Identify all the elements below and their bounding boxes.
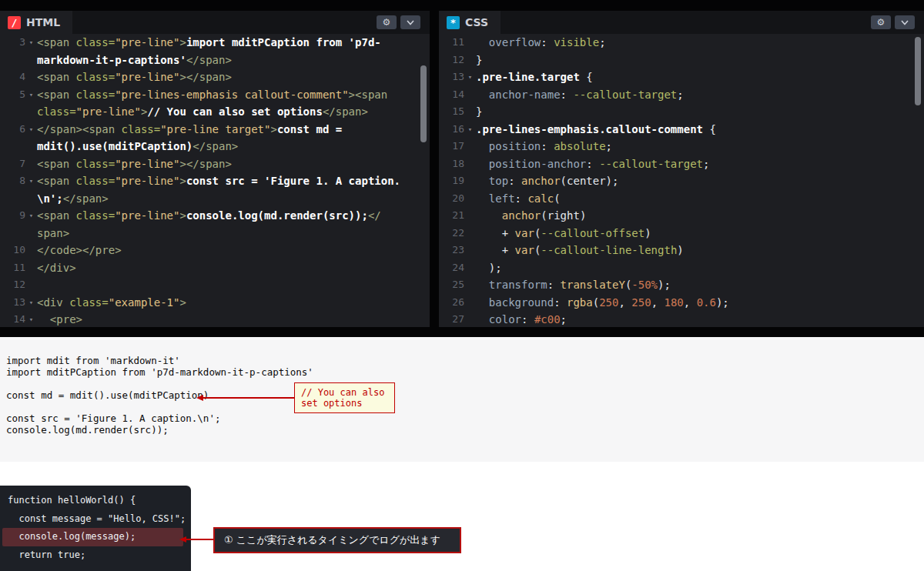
line-number: 9 xyxy=(0,207,25,225)
js-callout-box: ① ここが実行されるタイミングでログが出ます xyxy=(213,527,461,553)
line-number: 19 xyxy=(439,172,464,190)
code-line: 15} xyxy=(439,103,924,121)
tab-html[interactable]: / HTML xyxy=(0,11,72,34)
line-number: 22 xyxy=(439,225,464,242)
code-line: 10</code></pre> xyxy=(0,242,430,259)
fold-marker-icon[interactable]: ▾ xyxy=(25,294,37,312)
html-editor-scrollbar[interactable] xyxy=(420,65,427,142)
code-line: 26 background: rgba(250, 250, 180, 0.6); xyxy=(439,294,924,312)
code-line: 21 anchor(right) xyxy=(439,207,924,225)
line-number: 17 xyxy=(439,138,464,155)
fold-marker-icon[interactable]: ▾ xyxy=(464,121,476,139)
line-number xyxy=(0,138,25,155)
code-line: 14 anchor-name: --callout-target; xyxy=(439,86,924,104)
code-line: 17 position: absolute; xyxy=(439,138,924,155)
line-number xyxy=(0,52,25,69)
line-number: 11 xyxy=(439,34,464,52)
fold-spacer xyxy=(25,225,37,242)
code-line: 12} xyxy=(439,52,924,69)
html-editor-settings-button[interactable]: ⚙ xyxy=(377,15,397,29)
code-line: 11 overflow: visible; xyxy=(439,34,924,52)
example-2-area: function helloWorld() { const message = … xyxy=(0,462,924,571)
line-number: 16 xyxy=(439,121,464,139)
line-number: 4 xyxy=(0,68,25,86)
fold-spacer xyxy=(464,138,476,155)
css-editor-settings-button[interactable]: ⚙ xyxy=(871,15,891,29)
code-line: 13▾.pre-line.target { xyxy=(439,68,924,86)
line-number: 12 xyxy=(0,276,25,294)
fold-marker-icon[interactable]: ▾ xyxy=(464,68,476,86)
fold-marker-icon[interactable]: ▾ xyxy=(25,207,37,225)
code-line: const message = "Hello, CSS!"; xyxy=(0,510,191,529)
code-line: function helloWorld() { xyxy=(0,492,191,510)
code-line: \n';</span> xyxy=(0,190,430,208)
line-number: 20 xyxy=(439,190,464,208)
line-number xyxy=(0,190,25,208)
html-icon: / xyxy=(8,16,21,29)
line-number: 15 xyxy=(439,103,464,121)
code-line: 11</div> xyxy=(0,259,430,277)
fold-spacer xyxy=(25,190,37,208)
css-code-editor[interactable]: 11 overflow: visible;12}13▾.pre-line.tar… xyxy=(439,34,924,327)
code-line: 27 color: #c00; xyxy=(439,311,924,327)
js-callout-connector-line xyxy=(186,539,213,540)
code-line: span> xyxy=(0,225,430,242)
html-editor-collapse-button[interactable] xyxy=(400,15,420,29)
fold-spacer xyxy=(464,242,476,259)
code-line: 19 top: anchor(center); xyxy=(439,172,924,190)
tab-html-label: HTML xyxy=(26,16,60,28)
line-number: 7 xyxy=(0,155,25,173)
preview-code-block: import mdit from 'markdown-it' import md… xyxy=(6,355,313,436)
fold-spacer xyxy=(25,155,37,173)
tab-css[interactable]: * CSS xyxy=(439,11,500,34)
fold-spacer xyxy=(464,52,476,69)
code-line: 13▾<div class="example-1"> xyxy=(0,294,430,312)
line-number: 3 xyxy=(0,34,25,52)
fold-marker-icon[interactable]: ▾ xyxy=(25,311,37,327)
line-number: 23 xyxy=(439,242,464,259)
line-number: 5 xyxy=(0,86,25,104)
code-line: 24 ); xyxy=(439,259,924,277)
gear-icon: ⚙ xyxy=(383,17,391,28)
fold-spacer xyxy=(464,86,476,104)
fold-spacer xyxy=(25,68,37,86)
line-number: 12 xyxy=(439,52,464,69)
js-code-block: function helloWorld() { const message = … xyxy=(0,486,191,571)
fold-marker-icon[interactable]: ▾ xyxy=(25,121,37,139)
fold-spacer xyxy=(25,138,37,155)
fold-marker-icon[interactable]: ▾ xyxy=(25,172,37,190)
css-editor-scrollbar[interactable] xyxy=(915,37,921,105)
line-number xyxy=(0,103,25,121)
code-line: 14▾ <pre> xyxy=(0,311,430,327)
html-code-editor[interactable]: 3▾<span class="pre-line">import mditPCap… xyxy=(0,34,430,327)
code-line: 5▾<span class="pre-lines-emphasis callou… xyxy=(0,86,430,104)
fold-spacer xyxy=(25,103,37,121)
fold-spacer xyxy=(464,259,476,277)
line-number: 27 xyxy=(439,311,464,327)
code-line: mdit().use(mditPCaption)</span> xyxy=(0,138,430,155)
css-editor-collapse-button[interactable] xyxy=(895,15,915,29)
fold-spacer xyxy=(25,259,37,277)
code-line: 6▾</span><span class="pre-line target">c… xyxy=(0,121,430,139)
tab-css-label: CSS xyxy=(465,16,488,28)
fold-spacer xyxy=(464,294,476,312)
code-line: 16▾.pre-lines-emphasis.callout-comment { xyxy=(439,121,924,139)
chevron-down-icon xyxy=(901,20,909,25)
callout-connector-line xyxy=(203,397,294,399)
line-number: 6 xyxy=(0,121,25,139)
line-number: 21 xyxy=(439,207,464,225)
fold-marker-icon[interactable]: ▾ xyxy=(25,34,37,52)
highlighted-code-line: console.log(message); xyxy=(2,528,183,546)
code-line: 9▾<span class="pre-line">console.log(md.… xyxy=(0,207,430,225)
fold-marker-icon[interactable]: ▾ xyxy=(25,86,37,104)
css-editor-panel: * CSS ⚙ 11 overflow: visible;12}13▾.pre-… xyxy=(439,11,924,327)
fold-spacer xyxy=(464,103,476,121)
line-number: 18 xyxy=(439,155,464,173)
code-line: 22 + var(--callout-offset) xyxy=(439,225,924,242)
line-number: 13 xyxy=(0,294,25,312)
line-number: 10 xyxy=(0,242,25,259)
chevron-down-icon xyxy=(407,20,414,25)
fold-spacer xyxy=(25,242,37,259)
css-editor-header: * CSS ⚙ xyxy=(439,11,924,34)
css-header-actions: ⚙ xyxy=(871,11,924,34)
